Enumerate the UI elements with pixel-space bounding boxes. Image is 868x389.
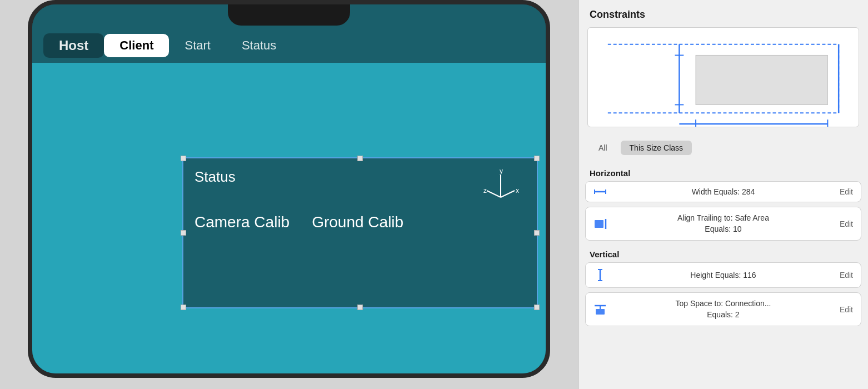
axis-svg: y x z xyxy=(481,169,520,203)
tab-client-label: Client xyxy=(119,38,153,52)
svg-rect-25 xyxy=(596,309,605,315)
constraint-height-text: Height Equals: 116 xyxy=(613,271,833,280)
tab-start[interactable]: Start xyxy=(169,34,226,57)
constraint-width-edit[interactable]: Edit xyxy=(840,187,853,196)
camera-calib-btn[interactable]: Camera Calib xyxy=(194,213,290,231)
vertical-section-header: Vertical xyxy=(578,245,868,262)
handle-tl xyxy=(181,156,186,161)
constraint-row-topspace: Top Space to: Connection... Equals: 2 Ed… xyxy=(585,292,861,326)
constraint-trailing-edit[interactable]: Edit xyxy=(840,220,853,228)
topspace-icon xyxy=(593,303,607,316)
simulator-panel: Host Client Start Status xyxy=(0,0,578,389)
trailing-icon xyxy=(593,218,607,230)
svg-line-1 xyxy=(501,191,515,197)
svg-text:x: x xyxy=(516,187,519,194)
tab-status[interactable]: Status xyxy=(226,34,292,57)
tab-start-label: Start xyxy=(184,38,210,52)
width-icon xyxy=(593,187,607,196)
tab-host[interactable]: Host xyxy=(43,33,104,58)
size-class-all-btn[interactable]: All xyxy=(590,141,616,155)
constraint-row-trailing: Align Trailing to: Safe Area Equals: 10 … xyxy=(585,207,861,241)
handle-bc xyxy=(357,305,363,310)
ground-calib-btn[interactable]: Ground Calib xyxy=(312,213,403,231)
tab-status-label: Status xyxy=(242,38,276,52)
svg-rect-9 xyxy=(696,55,827,104)
handle-tc xyxy=(357,156,363,161)
constraints-title: Constraints xyxy=(578,0,868,27)
tab-bar: Host Client Start Status xyxy=(32,27,546,63)
tab-host-label: Host xyxy=(59,38,88,53)
phone-notch xyxy=(228,4,350,26)
constraint-diagram xyxy=(587,27,859,127)
constraint-diagram-svg xyxy=(588,28,859,127)
handle-tr xyxy=(534,156,540,161)
constraints-panel: Constraints All This Size Class Horizont xyxy=(578,0,868,389)
constraint-trailing-text: Align Trailing to: Safe Area Equals: 10 xyxy=(613,213,833,235)
phone-content: Status y x z xyxy=(32,63,546,373)
svg-rect-20 xyxy=(595,220,603,228)
size-class-this-btn[interactable]: This Size Class xyxy=(621,141,692,155)
constraint-topspace-edit[interactable]: Edit xyxy=(840,305,853,314)
phone-frame: Host Client Start Status xyxy=(28,0,550,378)
svg-text:z: z xyxy=(483,187,487,194)
horizontal-section-header: Horizontal xyxy=(578,164,868,181)
constraint-row-height: Height Equals: 116 Edit xyxy=(585,262,861,288)
constraint-height-edit[interactable]: Edit xyxy=(840,271,853,280)
constraint-topspace-text: Top Space to: Connection... Equals: 2 xyxy=(613,298,833,320)
selected-view[interactable]: Status y x z xyxy=(182,157,538,308)
tab-client[interactable]: Client xyxy=(104,34,169,57)
svg-text:y: y xyxy=(500,169,503,175)
axis-icon: y x z xyxy=(481,169,520,205)
height-icon xyxy=(593,268,607,282)
handle-br xyxy=(534,305,540,310)
size-class-row: All This Size Class xyxy=(578,136,868,164)
handle-ml xyxy=(181,230,186,236)
handle-bl xyxy=(181,305,186,310)
constraint-width-text: Width Equals: 284 xyxy=(613,187,833,196)
svg-line-2 xyxy=(487,191,501,197)
phone-inner: Host Client Start Status xyxy=(32,4,546,373)
handle-mr xyxy=(534,230,540,236)
constraint-row-width: Width Equals: 284 Edit xyxy=(585,181,861,202)
phone-container: Host Client Start Status xyxy=(28,0,550,378)
